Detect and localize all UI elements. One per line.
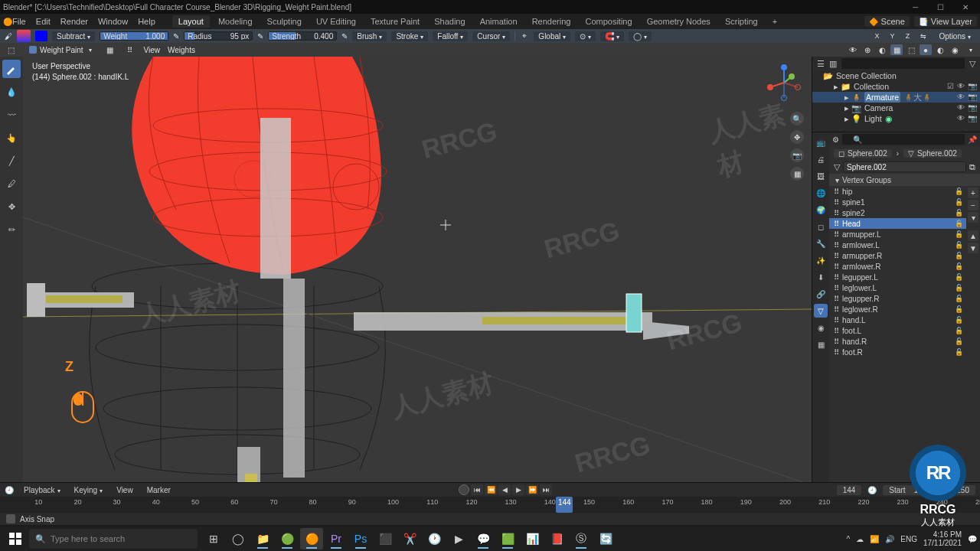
outliner-collection[interactable]: ▸ 📁 Collection xyxy=(834,81,947,92)
props-tab-constraints[interactable]: 🔗 xyxy=(814,287,828,301)
mesh-users-icon[interactable]: ⧉ xyxy=(969,162,975,172)
workspace-tab-modeling[interactable]: Modeling xyxy=(212,15,259,28)
timeline-cursor[interactable]: 144 xyxy=(556,497,573,513)
cursor-dropdown[interactable]: Cursor xyxy=(472,31,510,41)
nav-camera-icon[interactable]: 📷 xyxy=(790,148,804,162)
autokey-toggle[interactable] xyxy=(459,484,469,495)
mirror-z-toggle[interactable]: Z xyxy=(901,30,915,42)
workspace-tab-texpaint[interactable]: Texture Paint xyxy=(364,15,426,28)
key-prev-icon[interactable]: ⏪ xyxy=(485,484,497,495)
app-sheets[interactable]: 📊 xyxy=(521,528,544,549)
strength-slider[interactable]: Strength0.400 xyxy=(268,31,337,41)
menu-edit[interactable]: Edit xyxy=(36,17,51,26)
editor-type-icon[interactable]: ⬚ xyxy=(5,44,17,55)
radius-slider[interactable]: Radius95 px xyxy=(184,31,253,41)
workspace-tab-compositing[interactable]: Compositing xyxy=(579,15,638,28)
shading-solid-icon[interactable]: ● xyxy=(920,44,932,55)
radius-pressure-toggle[interactable]: ✎ xyxy=(257,32,263,41)
tray-clock[interactable]: 4:16 PM 17/11/2021 xyxy=(923,530,962,547)
props-pin-icon[interactable]: 📌 xyxy=(968,135,977,144)
tool-gradient[interactable]: ╱ xyxy=(2,152,21,170)
workspace-tab-layout[interactable]: Layout xyxy=(172,15,210,28)
tool-draw-brush[interactable] xyxy=(2,60,21,78)
app-pdf[interactable]: 📕 xyxy=(545,528,568,549)
workspace-tab-animation[interactable]: Animation xyxy=(474,15,524,28)
vertex-group-row[interactable]: ⠿hand.L🔓 xyxy=(829,315,966,325)
timeline-marker[interactable]: Marker xyxy=(143,485,175,495)
props-tab-particles[interactable]: ✨ xyxy=(814,253,828,267)
pivot-dropdown[interactable]: ⊙ xyxy=(575,31,596,41)
props-crumb-mesh[interactable]: ▽ Sphere.002 xyxy=(903,149,962,158)
outliner-type-icon[interactable]: ☰ xyxy=(817,59,825,69)
props-crumb-object[interactable]: ◻ Sphere.002 xyxy=(834,149,892,158)
key-next-icon[interactable]: ⏩ xyxy=(526,484,538,495)
vertex-group-row[interactable]: ⠿hip🔓 xyxy=(829,186,966,197)
mirror-x-toggle[interactable]: X xyxy=(871,30,884,42)
proportional-dropdown[interactable]: ◯ xyxy=(629,31,652,41)
vg-move-down-button[interactable]: ▼ xyxy=(968,243,978,253)
start-button[interactable] xyxy=(3,528,28,549)
scene-selector[interactable]: 🔶Scene xyxy=(864,16,910,27)
tray-lang-icon[interactable]: ENG xyxy=(900,535,917,543)
tool-average[interactable]: 〰 xyxy=(2,106,21,124)
vertex-group-row[interactable]: ⠿legupper.L🔓 xyxy=(829,272,966,282)
vertex-group-list[interactable]: ⠿hip🔓⠿spine1🔓⠿spine2🔓⠿Head🔓⠿armupper.L🔓⠿… xyxy=(829,186,966,482)
app-media[interactable]: ▶ xyxy=(447,528,470,549)
workspace-tab-rendering[interactable]: Rendering xyxy=(526,15,577,28)
props-tab-scene[interactable]: 🌐 xyxy=(814,186,828,200)
tool-smear[interactable]: 👆 xyxy=(2,129,21,147)
weight-slider[interactable]: Weight1.000 xyxy=(100,31,168,41)
overlays-toggle-icon[interactable]: ◐ xyxy=(876,44,888,55)
brush-preset-icon[interactable]: 🖌 xyxy=(5,32,12,41)
tool-sample[interactable]: 🖊 xyxy=(2,174,21,193)
mesh-name-input[interactable] xyxy=(843,161,966,172)
outliner[interactable]: 📂 Scene Collection ▸ 📁 Collection☑👁📷 ▸ 🧍… xyxy=(812,70,980,132)
outliner-item-camera[interactable]: ▸ 📷 Camera xyxy=(844,103,957,113)
stroke-dropdown[interactable]: Stroke xyxy=(391,31,428,41)
vertex-group-row[interactable]: ⠿armlower.R🔓 xyxy=(829,261,966,272)
props-tab-modifiers[interactable]: 🔧 xyxy=(814,236,828,250)
blend-mode-dropdown[interactable]: Subtract xyxy=(52,31,95,41)
props-tab-data[interactable]: ▽ xyxy=(814,304,828,318)
props-search[interactable] xyxy=(842,134,965,145)
workspace-tab-scripting[interactable]: Scripting xyxy=(719,15,764,28)
outliner-filter-icon[interactable]: ▥ xyxy=(829,59,837,69)
workspace-tab-shading[interactable]: Shading xyxy=(428,15,471,28)
taskview-icon[interactable]: ⊞ xyxy=(202,528,225,549)
timeline-keying[interactable]: Keying xyxy=(70,485,107,495)
jump-start-icon[interactable]: ⏮ xyxy=(471,484,483,495)
props-tab-world[interactable]: 🌍 xyxy=(814,203,828,217)
falloff-dropdown[interactable]: Falloff xyxy=(433,31,468,41)
play-reverse-icon[interactable]: ◀ xyxy=(498,484,511,495)
app-discord[interactable]: 💬 xyxy=(472,528,495,549)
app-premiere[interactable]: Pr xyxy=(325,528,348,549)
outliner-search[interactable] xyxy=(841,58,965,69)
vertex-group-row[interactable]: ⠿armupper.L🔓 xyxy=(829,229,966,240)
vg-remove-button[interactable]: − xyxy=(968,200,978,210)
props-tab-output[interactable]: 🖨 xyxy=(814,152,828,166)
app-blender[interactable]: 🟠 xyxy=(300,528,323,549)
props-tab-object[interactable]: ◻ xyxy=(814,220,828,233)
current-frame[interactable]: 144 xyxy=(837,485,862,495)
close-button[interactable]: ✕ xyxy=(954,3,977,11)
tray-volume-icon[interactable]: 🔊 xyxy=(885,535,894,543)
outliner-item-armature[interactable]: ▸ 🧍 Armature 🧍大🧍 xyxy=(844,92,957,103)
props-type-icon[interactable]: ⚙ xyxy=(832,135,839,144)
app-clock[interactable]: 🕐 xyxy=(423,528,446,549)
tray-wifi-icon[interactable]: 📶 xyxy=(870,535,879,543)
props-tab-physics[interactable]: ⬇ xyxy=(814,270,828,284)
props-tab-render[interactable]: 📺 xyxy=(814,135,828,149)
vertex-group-row[interactable]: ⠿legupper.R🔓 xyxy=(829,293,966,304)
modehdr-view[interactable]: View xyxy=(144,46,161,54)
menu-file[interactable]: File xyxy=(12,17,26,26)
tray-notifications-icon[interactable]: 💬 xyxy=(968,535,977,543)
app-chrome[interactable]: 🟢 xyxy=(276,528,299,549)
tool-blur[interactable]: 💧 xyxy=(2,83,21,101)
props-tab-material[interactable]: ◉ xyxy=(814,321,828,334)
nav-gizmo[interactable] xyxy=(766,64,802,101)
timeline-ruler[interactable]: 144 010203040506070809010011012013014015… xyxy=(0,497,980,513)
strength-pressure-toggle[interactable]: ✎ xyxy=(341,32,348,41)
props-tab-viewlayer[interactable]: 🖼 xyxy=(814,169,828,183)
tool-cursor[interactable]: ✥ xyxy=(2,197,21,216)
app-skype[interactable]: Ⓢ xyxy=(570,528,593,549)
